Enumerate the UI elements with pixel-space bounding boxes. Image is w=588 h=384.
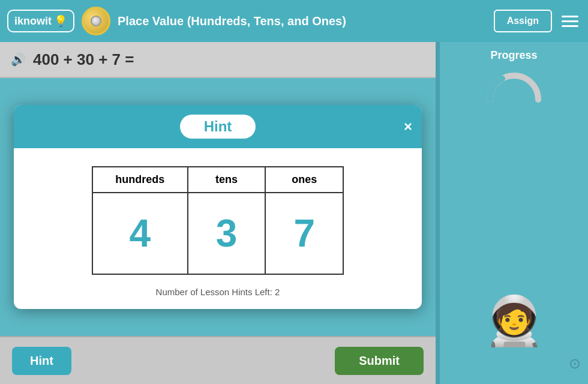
modal-close-button[interactable]: ×: [404, 118, 412, 135]
left-content: 🔊 400 + 30 + 7 = Hint ×: [0, 42, 436, 384]
speaker-icon[interactable]: 🔊: [11, 52, 26, 67]
tens-header: tens: [188, 167, 266, 193]
interactive-area: Hint × hundreds tens ones: [0, 78, 436, 336]
tens-value: 3: [188, 193, 266, 274]
progress-label: Progress: [490, 49, 537, 62]
nav-arrow-icon[interactable]: ⊙: [569, 355, 581, 372]
right-sidebar: Progress 🧑‍🚀 ⊙: [438, 42, 588, 384]
hundreds-value: 4: [92, 193, 188, 274]
modal-title: Hint: [204, 118, 232, 134]
coin-badge: [82, 7, 110, 35]
question-text: 400 + 30 + 7 =: [33, 50, 134, 69]
hamburger-menu-button[interactable]: [559, 13, 581, 29]
hint-modal: Hint × hundreds tens ones: [14, 105, 422, 309]
lesson-title: Place Value (Hundreds, Tens, and Ones): [118, 14, 487, 28]
astronaut-area: 🧑‍🚀: [484, 103, 544, 355]
modal-title-wrap: Hint: [180, 115, 256, 139]
submit-button[interactable]: Submit: [335, 347, 424, 375]
logo-icon: 💡: [54, 14, 67, 28]
question-bar: 🔊 400 + 30 + 7 =: [0, 42, 436, 78]
assign-button[interactable]: Assign: [494, 10, 552, 32]
hamburger-line-1: [562, 16, 578, 17]
hundreds-header: hundreds: [92, 167, 188, 193]
progress-arc: [484, 67, 544, 103]
ones-value: 7: [265, 193, 343, 274]
logo: iknowit 💡: [7, 10, 74, 32]
ones-header: ones: [265, 167, 343, 193]
header: iknowit 💡 Place Value (Hundreds, Tens, a…: [0, 0, 588, 42]
logo-text: iknowit: [14, 15, 52, 28]
place-value-table: hundreds tens ones 4 3 7: [92, 166, 344, 275]
modal-header: Hint ×: [14, 105, 422, 148]
hamburger-line-3: [562, 25, 578, 27]
modal-overlay: Hint × hundreds tens ones: [0, 78, 436, 336]
hints-left-text: Number of Lesson Hints Left: 2: [156, 287, 280, 297]
hamburger-line-2: [562, 20, 578, 22]
modal-body: hundreds tens ones 4 3 7: [14, 148, 422, 309]
bottom-bar: Hint Submit: [0, 336, 436, 384]
hint-button[interactable]: Hint: [12, 347, 71, 375]
astronaut-icon: 🧑‍🚀: [484, 293, 544, 349]
coin-inner: [91, 16, 101, 26]
main-area: 🔊 400 + 30 + 7 = Hint ×: [0, 42, 588, 384]
